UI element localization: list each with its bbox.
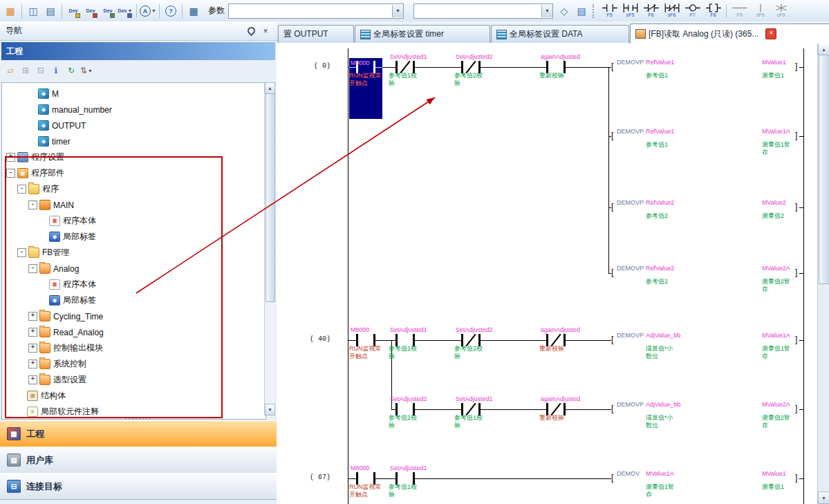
operand-label: MValue2A	[762, 265, 790, 272]
scroll-down-icon[interactable]: ▼	[265, 404, 275, 416]
parallel-close-contact-button[interactable]: sF6	[662, 1, 682, 20]
gx-works2-window: ▦◫▤DevDevDevDev▼A▼?▦ 参数 ▼ ▼ ◇▤ F5sF5F6sF…	[0, 0, 829, 504]
close-icon[interactable]: ×	[260, 26, 271, 37]
tree-item[interactable]: -Analog	[2, 261, 266, 277]
expand-icon[interactable]: +	[28, 375, 37, 384]
device-comment-3-icon[interactable]: Dev	[100, 3, 116, 19]
expand-icon[interactable]: +	[28, 328, 37, 337]
property-icon[interactable]: ℹ	[49, 64, 63, 77]
window-list-icon[interactable]: ▤	[42, 3, 59, 19]
tree-item[interactable]: +*程序设置	[2, 149, 266, 165]
collapse-icon[interactable]: -	[17, 185, 26, 194]
tree-item[interactable]: ◆OUTPUT	[2, 118, 266, 133]
tree-scrollbar[interactable]: ▲ ▼	[264, 82, 275, 416]
operand-comment: 参考值1	[646, 72, 668, 80]
window-tile-icon[interactable]: ◫	[25, 3, 41, 19]
tree-item-label: M	[52, 89, 59, 99]
close-contact-button[interactable]: F6	[641, 1, 661, 20]
pin-icon[interactable]	[245, 26, 257, 37]
expand-icon[interactable]: +	[28, 312, 37, 321]
delete-line-button[interactable]: cF9	[771, 1, 791, 20]
operand-comment: 存	[762, 286, 768, 293]
project-data-list-icon[interactable]: ▦	[2, 3, 19, 19]
chevron-down-icon[interactable]: ▼	[541, 5, 552, 17]
paste-icon[interactable]: ⊟	[34, 64, 48, 77]
find-device-icon[interactable]: A▼	[140, 3, 156, 19]
scroll-up-icon[interactable]: ▲	[818, 43, 829, 55]
tree-item[interactable]: +选型设置	[2, 372, 266, 388]
tree-item[interactable]: +系统控制	[2, 356, 266, 372]
scrollbar-thumb[interactable]	[819, 55, 829, 284]
collapse-icon[interactable]: -	[28, 200, 37, 209]
fb-icon	[39, 327, 50, 337]
chevron-down-icon[interactable]: ▼	[392, 5, 403, 17]
ladder-editor[interactable]: ( 0)M8000RUN监视常开触点SetAdjusted1参考值1校验SetA…	[277, 43, 817, 504]
tree-item[interactable]: ≣程序本体	[2, 213, 266, 229]
rung-number: ( 0)	[295, 62, 330, 70]
tree-item[interactable]: +Read_Analog	[2, 324, 266, 340]
expand-icon[interactable]: +	[6, 153, 15, 162]
tab-fb-read-analog[interactable]: [FB]读取 Analog (只读) (365...×	[630, 24, 829, 44]
bookmark-icon[interactable]: ◇	[556, 3, 572, 19]
tree-item[interactable]: ◆局部标签	[2, 292, 266, 308]
label-icon: ◆	[38, 104, 49, 115]
tree-item[interactable]: ◆timer	[2, 133, 266, 149]
collapse-icon[interactable]: -	[28, 264, 37, 273]
tree-item[interactable]: -MAIN	[2, 197, 266, 213]
statistics-icon[interactable]: ▦	[185, 3, 202, 19]
help-icon[interactable]: ?	[162, 3, 179, 19]
tree-item[interactable]: ◆M	[2, 86, 266, 102]
panel-splitter[interactable]	[0, 416, 276, 420]
tree-item[interactable]: -程序	[2, 181, 266, 197]
ladder-scrollbar[interactable]: ▲ ▼	[817, 43, 829, 504]
watch-combobox[interactable]: ▼	[413, 3, 553, 19]
scrollbar-thumb[interactable]	[266, 93, 275, 302]
tab-global-label-output[interactable]: 置 OUTPUT	[278, 25, 354, 43]
horizontal-line-button[interactable]: F9	[729, 1, 749, 20]
tab-global-label-timer[interactable]: 全局标签设置 timer	[355, 25, 490, 43]
new-data-icon[interactable]: ▱	[3, 64, 17, 77]
tab-global-label-data[interactable]: 全局标签设置 DATA	[491, 25, 629, 43]
ladder-wire	[799, 273, 803, 274]
sort-icon[interactable]: ⇅▼	[80, 64, 93, 77]
application-instruction-button[interactable]: F8	[703, 1, 723, 20]
device-comment: 开触点	[349, 353, 368, 360]
tree-item[interactable]: ◆manual_number	[2, 102, 266, 118]
watch-window-icon[interactable]: ▤	[573, 3, 590, 19]
scroll-up-icon[interactable]: ▲	[265, 82, 275, 94]
device-comment-1-icon[interactable]: Dev	[65, 3, 82, 19]
tree-item[interactable]: +控制输出模块	[2, 340, 266, 356]
copy-icon[interactable]: ⊞	[19, 64, 32, 77]
connection-destination-button[interactable]: ⊟连接目标	[0, 473, 290, 500]
tree-item[interactable]: -▦程序部件	[2, 165, 266, 181]
tree-item[interactable]: ≣程序本体	[2, 277, 266, 292]
coil-button[interactable]: F7	[682, 1, 702, 20]
user-library-button[interactable]: ▤用户库	[0, 447, 290, 474]
tree-item[interactable]: ⊞结构体	[2, 388, 266, 404]
device-comment-2-icon[interactable]: Dev	[82, 3, 99, 19]
operand-comment: 测量值2暂	[762, 278, 790, 286]
collapse-icon[interactable]: -	[17, 248, 26, 257]
tree-item[interactable]: -FB管理	[2, 245, 266, 261]
operand-label: RefValue1	[646, 59, 674, 66]
expand-icon[interactable]: +	[28, 360, 37, 368]
vertical-line-button[interactable]: sF9	[750, 1, 770, 20]
parameter-combobox[interactable]: ▼	[228, 3, 404, 19]
open-contact-button[interactable]: F5	[599, 1, 620, 20]
tree-item-label: MAIN	[53, 200, 74, 210]
tree-item[interactable]: +Cycling_Time	[2, 308, 266, 324]
tree-item[interactable]: ◆局部标签	[2, 229, 266, 245]
refresh-icon[interactable]: ↻	[64, 64, 78, 77]
param-label: 参数	[208, 5, 225, 17]
operand-label: AdjValue_bb	[646, 332, 680, 339]
expand-icon[interactable]: +	[28, 344, 37, 353]
toolbar-grip[interactable]	[593, 4, 597, 18]
body-icon: ≣	[49, 216, 60, 226]
collapse-icon[interactable]: -	[6, 169, 15, 178]
close-icon[interactable]: ×	[765, 28, 776, 39]
device-display-icon[interactable]: Dev▼	[117, 3, 133, 19]
scroll-down-icon[interactable]: ▼	[818, 492, 829, 504]
operand-label: MValue1A	[646, 470, 674, 478]
project-button[interactable]: ▦工程	[0, 420, 290, 447]
parallel-open-contact-button[interactable]: sF5	[620, 1, 640, 20]
